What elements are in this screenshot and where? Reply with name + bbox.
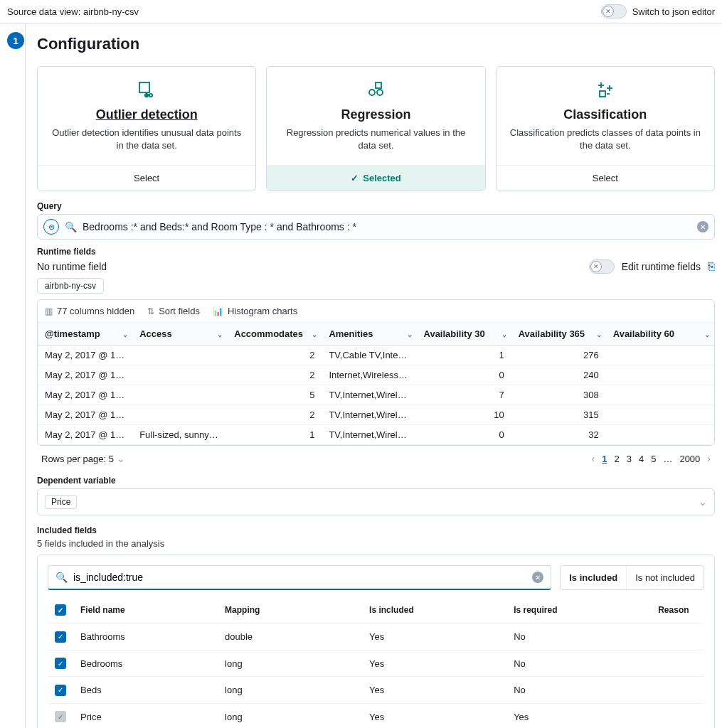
chevron-down-icon: ⌄: [312, 330, 317, 338]
table-row: May 2, 2017 @ 13:20:28…Full-sized, sunny…: [38, 425, 714, 445]
row-checkbox[interactable]: ✓: [55, 711, 66, 722]
page-number[interactable]: 2: [614, 454, 619, 464]
cell: 0: [417, 425, 511, 445]
row-checkbox[interactable]: ✓: [55, 685, 66, 696]
source-data-view-label: Source data view: airbnb-ny-csv: [7, 6, 139, 17]
svg-point-2: [149, 94, 152, 97]
query-text: Bedrooms :* and Beds:* and Room Type : *…: [83, 221, 691, 232]
query-input[interactable]: ⊜ 🔍 Bedrooms :* and Beds:* and Room Type…: [37, 214, 715, 240]
tab-is-not-included[interactable]: Is not included: [626, 566, 704, 589]
next-page-icon[interactable]: ›: [707, 453, 711, 464]
svg-rect-0: [139, 82, 149, 92]
tab-is-included[interactable]: Is included: [561, 566, 626, 589]
page-number: …: [663, 454, 672, 464]
svg-rect-3: [376, 82, 381, 88]
col-field-name[interactable]: Field name: [73, 597, 218, 623]
column-header[interactable]: Access⌄: [132, 323, 227, 346]
card-title: Outlier detection: [49, 107, 244, 122]
svg-point-4: [369, 90, 375, 95]
cell: May 2, 2017 @ 13:20:28…: [38, 405, 132, 425]
edit-runtime-label: Edit runtime fields: [622, 261, 701, 272]
sort-fields-button[interactable]: ⇅ Sort fields: [147, 306, 200, 316]
dependent-variable-select[interactable]: Price ⌄: [37, 488, 715, 515]
table-row: May 2, 2017 @ 13:20:28…5TV,Internet,Wire…: [38, 385, 714, 405]
col-is-required[interactable]: Is required: [506, 597, 651, 623]
cell: 2: [227, 405, 322, 425]
cell: 2: [227, 346, 322, 365]
cell: 32: [511, 425, 606, 445]
card-regression[interactable]: Regression Regression predicts numerical…: [266, 66, 485, 191]
select-button[interactable]: Select: [38, 165, 255, 191]
cell: 1: [227, 425, 322, 445]
chevron-down-icon: ⌄: [217, 330, 223, 338]
clear-query-icon[interactable]: ✕: [697, 221, 708, 232]
cell: 7: [417, 385, 511, 405]
column-header[interactable]: Amenities⌄: [322, 323, 416, 346]
row-checkbox[interactable]: ✓: [55, 631, 66, 643]
cell: No: [506, 623, 651, 651]
chevron-down-icon: ⌄: [699, 496, 707, 508]
col-reason[interactable]: Reason: [651, 597, 704, 623]
selected-indicator: Selected: [267, 165, 484, 191]
classification-icon: [508, 80, 703, 102]
chevron-down-icon: ⌄: [501, 330, 507, 338]
cell: TV,Internet,Wireless Inter…: [322, 405, 416, 425]
page-number[interactable]: 3: [627, 454, 632, 464]
columns-hidden-label: 77 columns hidden: [57, 306, 134, 316]
histogram-label: Histogram charts: [228, 306, 297, 316]
histogram-charts-button[interactable]: 📊 Histogram charts: [213, 306, 297, 316]
cell: 2: [227, 365, 322, 385]
data-view-chip[interactable]: airbnb-ny-csv: [37, 278, 104, 294]
cell: TV,Internet,Wireless Inter…: [322, 385, 416, 405]
outlier-icon: [49, 80, 244, 102]
table-row: ✓BathroomsdoubleYesNo: [48, 623, 704, 651]
col-is-included[interactable]: Is included: [362, 597, 506, 623]
clear-search-icon[interactable]: ✕: [532, 572, 543, 583]
column-header[interactable]: Availability 60⌄: [606, 323, 714, 346]
column-header[interactable]: Accommodates⌄: [227, 323, 322, 346]
query-label: Query: [37, 201, 715, 211]
cell: [606, 365, 714, 385]
columns-hidden-button[interactable]: ▥ 77 columns hidden: [45, 306, 134, 316]
cell: Yes: [362, 703, 506, 728]
card-outlier-detection[interactable]: Outlier detection Outlier detection iden…: [37, 66, 256, 191]
search-input[interactable]: [73, 572, 526, 583]
select-button[interactable]: Select: [497, 165, 714, 191]
card-classification[interactable]: Classification Classification predicts c…: [496, 66, 715, 191]
cell: Internet,Wireless Internet…: [322, 365, 416, 385]
page-title: Configuration: [37, 35, 715, 53]
column-header[interactable]: Availability 30⌄: [417, 323, 511, 346]
rows-per-page-select[interactable]: Rows per page: 5 ⌄: [41, 453, 125, 464]
chevron-down-icon: ⌄: [407, 330, 413, 338]
prev-page-icon[interactable]: ‹: [592, 453, 595, 464]
card-desc: Regression predicts numerical values in …: [278, 127, 473, 152]
columns-icon: ▥: [45, 306, 53, 316]
cell: [606, 405, 714, 425]
column-header[interactable]: @timestamp⌄: [38, 323, 132, 346]
row-checkbox[interactable]: ✓: [55, 658, 66, 669]
col-mapping[interactable]: Mapping: [218, 597, 362, 623]
page-number[interactable]: 1: [602, 454, 607, 464]
select-all-checkbox[interactable]: ✓: [55, 604, 66, 616]
edit-runtime-toggle[interactable]: ✕: [589, 259, 615, 274]
regression-icon: [278, 80, 473, 102]
copy-icon[interactable]: ⎘: [708, 260, 715, 273]
page-number[interactable]: 2000: [679, 454, 700, 464]
filter-icon[interactable]: ⊜: [43, 219, 59, 235]
cell: Yes: [362, 677, 506, 704]
cell: 10: [417, 405, 511, 425]
cell: Bedrooms: [73, 650, 218, 677]
cell: 0: [417, 365, 511, 385]
included-fields-search[interactable]: 🔍 ✕: [48, 565, 551, 590]
rows-per-page-label: Rows per page: 5: [41, 454, 114, 464]
json-editor-toggle[interactable]: ✕: [601, 4, 627, 18]
page-number[interactable]: 5: [651, 454, 656, 464]
cell: [132, 405, 227, 425]
table-row: ✓BedroomslongYesNo: [48, 650, 704, 677]
cell: Price: [73, 703, 218, 728]
json-editor-toggle-label: Switch to json editor: [632, 6, 715, 17]
pagination: ‹12345…2000›: [592, 453, 711, 464]
included-fields-label: Included fields: [37, 525, 715, 535]
column-header[interactable]: Availability 365⌄: [511, 323, 606, 346]
page-number[interactable]: 4: [639, 454, 644, 464]
